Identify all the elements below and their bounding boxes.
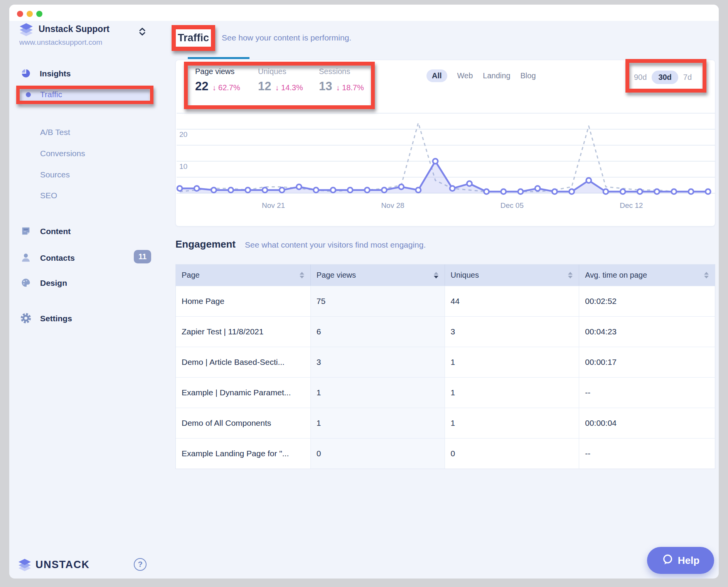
column-header-uniques[interactable]: Uniques	[445, 265, 580, 286]
sort-icon	[568, 272, 573, 278]
cell-page: Example | Dynamic Paramet...	[176, 378, 311, 408]
cell-uniques: 1	[445, 347, 580, 377]
site-name: Unstack Support	[39, 24, 110, 34]
cell-avg-time: 00:04:23	[579, 317, 715, 347]
table-row[interactable]: Demo of All Components 1 1 00:00:04	[176, 408, 715, 438]
annotation-box-title: Traffic	[172, 25, 215, 51]
app-window: Unstack Support www.unstacksupport.com I…	[9, 5, 719, 579]
site-url[interactable]: www.unstacksupport.com	[19, 38, 102, 47]
sidebar-item-ab-test[interactable]: A/B Test	[40, 128, 70, 137]
table-row[interactable]: Example Landing Page for "... 0 0 --	[176, 438, 715, 469]
sidebar-item-seo[interactable]: SEO	[40, 191, 57, 200]
sidebar-item-traffic[interactable]: Traffic	[20, 88, 149, 101]
traffic-line-chart[interactable]: 1020Nov 21Nov 28Dec 05Dec 12	[176, 110, 716, 225]
contacts-count-badge: 11	[134, 250, 151, 263]
screenshot-root: Unstack Support www.unstacksupport.com I…	[0, 0, 728, 587]
cell-page-views: 3	[311, 347, 445, 377]
sidebar-item-traffic-label: Traffic	[40, 90, 62, 99]
zoom-window-button[interactable]	[36, 11, 42, 17]
cell-page: Demo of All Components	[176, 408, 311, 438]
svg-text:Dec 05: Dec 05	[501, 201, 524, 209]
cell-uniques: 0	[445, 439, 580, 469]
engagement-title: Engagement	[175, 238, 236, 250]
metric-label: Sessions	[319, 67, 364, 76]
metric-value: 13	[319, 79, 332, 93]
cell-avg-time: 00:00:17	[579, 347, 715, 377]
cell-avg-time: --	[579, 378, 715, 408]
range-30d[interactable]: 30d	[652, 71, 678, 84]
cell-page: Zapier Test | 11/8/2021	[176, 317, 311, 347]
metric-delta: ↓ 14.3%	[275, 83, 303, 92]
table-row[interactable]: Zapier Test | 11/8/2021 6 3 00:04:23	[176, 316, 715, 347]
svg-text:Nov 21: Nov 21	[262, 201, 285, 209]
cell-page: Home Page	[176, 286, 311, 316]
cell-avg-time: 00:00:04	[579, 408, 715, 438]
sidebar-item-contacts[interactable]: Contacts	[40, 253, 75, 263]
segment-blog[interactable]: Blog	[521, 71, 536, 80]
segment-web[interactable]: Web	[457, 71, 473, 80]
sidebar-item-design[interactable]: Design	[40, 278, 67, 288]
page-subtitle: See how your content is performing.	[222, 33, 351, 42]
sort-desc-icon	[434, 272, 438, 278]
metric-delta: ↓ 62.7%	[212, 83, 240, 92]
minimize-window-button[interactable]	[27, 11, 33, 17]
sidebar-item-sources[interactable]: Sources	[40, 170, 70, 179]
column-label: Page	[182, 271, 200, 280]
window-titlebar	[9, 5, 719, 21]
contacts-person-icon	[20, 252, 31, 265]
cell-page-views: 6	[311, 317, 445, 347]
column-header-avg-time[interactable]: Avg. time on page	[579, 265, 715, 286]
column-label: Uniques	[451, 271, 479, 280]
settings-gear-icon	[20, 313, 31, 325]
close-window-button[interactable]	[17, 11, 23, 17]
content-doc-icon	[20, 226, 31, 238]
cell-uniques: 1	[445, 408, 580, 438]
metric-delta: ↓ 18.7%	[336, 83, 364, 92]
segment-all[interactable]: All	[426, 69, 447, 82]
cell-avg-time: --	[579, 439, 715, 469]
footer-logo-icon	[17, 558, 32, 574]
sidebar-item-settings[interactable]: Settings	[40, 314, 72, 323]
metric-sessions[interactable]: Sessions 13 ↓ 18.7%	[319, 67, 364, 93]
cell-page-views: 1	[311, 378, 445, 408]
segment-landing[interactable]: Landing	[483, 71, 510, 80]
column-header-page-views[interactable]: Page views	[311, 265, 445, 286]
help-button[interactable]: Help	[647, 547, 714, 574]
cell-page: Demo | Article Based-Secti...	[176, 347, 311, 377]
metric-uniques[interactable]: Uniques 12 ↓ 14.3%	[258, 67, 303, 93]
range-90d[interactable]: 90d	[634, 73, 647, 82]
range-7d[interactable]: 7d	[683, 73, 692, 82]
metric-value: 12	[258, 79, 271, 93]
design-palette-icon	[20, 277, 31, 290]
traffic-card: Page views 22 ↓ 62.7% Uniques 12 ↓ 14.3%…	[175, 60, 715, 226]
page-title: Traffic	[178, 32, 209, 44]
site-switcher-chevron-icon[interactable]	[138, 27, 147, 38]
help-question-icon[interactable]: ?	[134, 558, 147, 571]
cell-uniques: 1	[445, 378, 580, 408]
sidebar-item-insights[interactable]: Insights	[40, 69, 71, 78]
table-header-row: Page Page views Uniques Avg. time on pag…	[176, 265, 715, 286]
cell-page-views: 75	[311, 286, 445, 316]
cell-avg-time: 00:02:52	[579, 286, 715, 316]
range-filter: 90d 30d 7d	[634, 69, 692, 85]
table-row[interactable]: Home Page 75 44 00:02:52	[176, 286, 715, 316]
metric-page-views[interactable]: Page views 22 ↓ 62.7%	[195, 67, 240, 93]
insights-pie-icon	[20, 68, 31, 80]
sidebar-item-conversions[interactable]: Conversions	[40, 149, 85, 158]
sidebar-item-content[interactable]: Content	[40, 227, 71, 236]
table-row[interactable]: Example | Dynamic Paramet... 1 1 --	[176, 377, 715, 408]
column-header-page[interactable]: Page	[176, 265, 311, 286]
active-tab-underline	[188, 57, 249, 59]
table-row[interactable]: Demo | Article Based-Secti... 3 1 00:00:…	[176, 347, 715, 377]
cell-page-views: 0	[311, 439, 445, 469]
cell-page-views: 1	[311, 408, 445, 438]
svg-text:10: 10	[179, 162, 187, 170]
sort-icon	[704, 272, 709, 278]
column-label: Page views	[317, 271, 356, 280]
sort-icon	[300, 272, 304, 278]
metric-value: 22	[195, 79, 208, 93]
engagement-table: Page Page views Uniques Avg. time on pag…	[175, 264, 715, 469]
svg-text:20: 20	[179, 130, 187, 138]
svg-text:Dec 12: Dec 12	[620, 201, 643, 209]
engagement-header: Engagement See what content your visitor…	[175, 238, 426, 250]
